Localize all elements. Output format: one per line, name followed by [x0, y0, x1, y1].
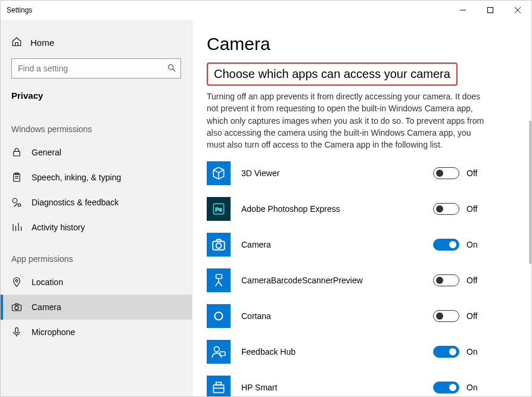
toggle-switch[interactable] — [433, 203, 459, 215]
search-wrap — [1, 54, 192, 86]
close-button[interactable] — [504, 1, 531, 20]
app-name-label: Adobe Photoshop Express — [241, 204, 422, 214]
nav-location[interactable]: Location — [1, 270, 192, 295]
cortana-icon — [207, 304, 231, 328]
toggle-switch[interactable] — [433, 346, 459, 358]
nav-label: Diagnostics & feedback — [32, 198, 119, 207]
maximize-button[interactable] — [477, 1, 504, 20]
app-name-label: 3D Viewer — [241, 168, 422, 178]
app-row: PsAdobe Photoshop ExpressOff — [207, 197, 481, 221]
toggle-knob — [436, 205, 443, 212]
sidebar-scroll[interactable]: Windows permissions General Speech, inki… — [1, 110, 192, 396]
activity-icon — [11, 222, 22, 233]
search-input[interactable] — [11, 58, 181, 79]
toggle-state-label: Off — [466, 168, 481, 178]
svg-rect-27 — [216, 275, 222, 279]
nav-label: Microphone — [32, 327, 75, 337]
svg-point-29 — [214, 347, 219, 352]
app-name-label: HP Smart — [241, 383, 422, 392]
nav-label: Camera — [32, 302, 61, 312]
section-title-highlight: Choose which apps can access your camera — [207, 62, 458, 86]
section-description: Turning off an app prevents it from dire… — [207, 90, 487, 151]
toggle-knob — [436, 170, 443, 177]
toggle-wrap: Off — [433, 310, 481, 322]
toggle-switch[interactable] — [433, 274, 459, 286]
app-row: CameraBarcodeScannerPreviewOff — [207, 268, 481, 292]
feedback-icon — [11, 197, 22, 208]
toggle-switch[interactable] — [433, 310, 459, 322]
feedback-hub-icon — [207, 340, 231, 364]
toggle-knob — [449, 384, 456, 391]
nav-diagnostics[interactable]: Diagnostics & feedback — [1, 190, 192, 215]
app-row: CameraOn — [207, 233, 481, 257]
toggle-state-label: On — [466, 347, 481, 357]
nav-speech[interactable]: Speech, inking, & typing — [1, 165, 192, 190]
close-icon — [514, 7, 521, 14]
scrollbar-thumb[interactable] — [529, 121, 531, 264]
nav-label: General — [32, 148, 61, 157]
minimize-icon — [459, 7, 466, 14]
nav-label: Location — [32, 277, 63, 287]
search-icon — [167, 63, 176, 75]
svg-rect-32 — [216, 383, 222, 385]
svg-point-4 — [169, 65, 173, 70]
toggle-wrap: Off — [433, 203, 481, 215]
toggle-switch[interactable] — [433, 239, 459, 251]
svg-rect-1 — [488, 8, 493, 13]
lock-icon — [11, 147, 22, 158]
nav-activity-history[interactable]: Activity history — [1, 215, 192, 240]
camera-app-icon — [207, 233, 231, 257]
svg-point-28 — [215, 312, 223, 320]
toggle-state-label: Off — [466, 204, 481, 214]
nav-microphone[interactable]: Microphone — [1, 320, 192, 345]
toggle-switch[interactable] — [433, 382, 459, 393]
svg-point-26 — [216, 243, 222, 249]
svg-point-12 — [18, 204, 21, 207]
nav-label: Activity history — [32, 223, 85, 232]
photoshop-icon: Ps — [207, 197, 231, 221]
toggle-wrap: On — [433, 239, 481, 251]
toggle-knob — [449, 348, 456, 355]
window-body: Home Privacy Windows permissions General — [1, 20, 531, 396]
nav-camera[interactable]: Camera — [1, 295, 192, 320]
toggle-switch[interactable] — [433, 167, 459, 179]
toggle-knob — [436, 312, 443, 320]
camera-icon — [11, 302, 22, 312]
svg-line-5 — [173, 69, 175, 71]
app-name-label: Feedback Hub — [241, 347, 422, 357]
app-row: 3D ViewerOff — [207, 161, 481, 185]
sidebar: Home Privacy Windows permissions General — [1, 20, 192, 396]
nav-general[interactable]: General — [1, 140, 192, 165]
app-list: 3D ViewerOffPsAdobe Photoshop ExpressOff… — [207, 161, 514, 396]
home-label: Home — [30, 37, 54, 48]
home-nav[interactable]: Home — [1, 32, 192, 54]
app-row: HP SmartOn — [207, 376, 481, 396]
toggle-state-label: Off — [466, 311, 481, 321]
clipboard-icon — [11, 172, 22, 183]
app-name-label: Camera — [241, 240, 422, 249]
window-title: Settings — [7, 6, 449, 14]
title-bar: Settings — [1, 1, 531, 20]
svg-point-17 — [15, 280, 18, 282]
minimize-button[interactable] — [449, 1, 477, 20]
printer-icon — [207, 376, 231, 396]
toggle-wrap: Off — [433, 274, 481, 286]
window-controls — [449, 1, 531, 20]
svg-rect-20 — [15, 328, 18, 333]
svg-text:Ps: Ps — [215, 207, 222, 213]
toggle-state-label: On — [466, 240, 481, 249]
svg-rect-6 — [14, 152, 20, 157]
toggle-wrap: Off — [433, 167, 481, 179]
toggle-knob — [436, 277, 443, 284]
maximize-icon — [487, 7, 494, 14]
location-icon — [11, 277, 22, 287]
microphone-icon — [11, 327, 22, 337]
app-row: CortanaOff — [207, 304, 481, 328]
toggle-state-label: On — [466, 383, 481, 392]
settings-window: Settings Home — [0, 0, 532, 397]
home-icon — [11, 36, 22, 49]
group-app-permissions: App permissions — [1, 240, 192, 270]
toggle-knob — [449, 241, 456, 248]
main-scroll[interactable]: Camera Choose which apps can access your… — [192, 20, 531, 396]
cube-icon — [207, 161, 231, 185]
